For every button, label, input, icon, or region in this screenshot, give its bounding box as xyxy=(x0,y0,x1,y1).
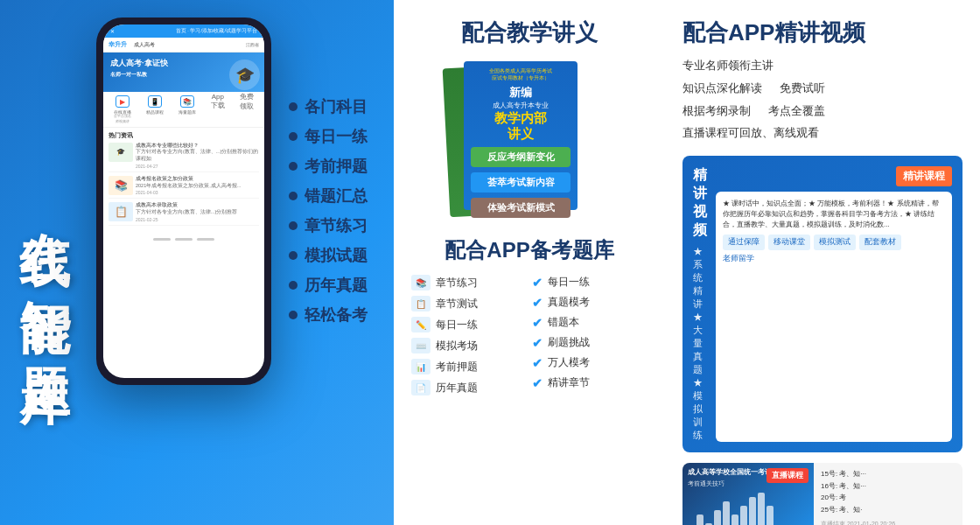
feature-text-7: 历年真题 xyxy=(304,275,368,296)
prep-item-history: 📄 历年真题 xyxy=(411,380,527,396)
feature-item-6: 模拟试题 xyxy=(289,245,368,266)
phone-icon-app: App下载 xyxy=(211,95,225,123)
feature-text-5: 章节练习 xyxy=(304,215,368,236)
feature-dot-7 xyxy=(289,281,298,290)
tag-2: 荟萃考试新内容 xyxy=(471,172,570,192)
mock-icon: ⌨️ xyxy=(411,338,430,354)
prep-item-exam: 📊 考前押题 xyxy=(411,359,527,374)
right-features: 专业名师领衔主讲 知识点深化解读 免费试听 根据考纲录制 考点全覆盖 直播课程可… xyxy=(682,57,962,143)
teaching-section: 配合教学讲义 全国各类成人高等 学历考试应试专用 全国各类成人高等学历考试应试专… xyxy=(411,18,648,219)
prep-item-test: 📋 章节测试 xyxy=(411,296,527,312)
feature-text-r3b: 考点全覆盖 xyxy=(768,102,825,121)
phone-icon-questions: 📚 海量题库 xyxy=(178,95,196,123)
title-line3: 题库 xyxy=(18,326,74,333)
prep-label-mock: 模拟考场 xyxy=(436,339,478,354)
feature-item-2: 每日一练 xyxy=(289,126,368,147)
prep-item-daily: ✏️ 每日一练 xyxy=(411,317,527,332)
feature-text-r2a: 知识点深化解读 xyxy=(682,80,762,98)
check-mark-1: ✔ xyxy=(532,276,542,290)
phone-nav-label: 成人高考 xyxy=(134,41,155,49)
feature-dot-3 xyxy=(289,162,298,171)
video-card: 精讲视频 ★ 系统精讲 ★ 大量真题 ★ 模拟训练 精讲课程 ★ 课时话中，知识… xyxy=(682,156,962,452)
feature-text-r2b: 免费试听 xyxy=(780,80,825,98)
tag-3: 体验考试新模式 xyxy=(471,198,570,218)
right-section: 配合APP精讲视频 专业名师领衔主讲 知识点深化解读 免费试听 根据考纲录制 考… xyxy=(665,0,980,525)
tag-1: 反应考纲新变化 xyxy=(471,147,570,167)
phone-icon-live: ▶ 在线直播 全平台顶名 师视频讲 xyxy=(114,95,131,123)
chart-bar-2 xyxy=(696,514,704,525)
phone-news-section: 热门资讯 🎓 成教高本专业哪些比较好？ 下方针对各专业方向(教育、法律、...)… xyxy=(103,128,264,233)
video-card-tags: 通过保障 移动课堂 模拟测试 配套教材 xyxy=(723,234,945,250)
video-card-content: ★ 课时话中，知识点全面；★ 万能模板，考前利器！★ 系统精讲，帮你把握历年必靠… xyxy=(716,192,952,442)
chart-bar-9 xyxy=(758,493,765,525)
phone-banner: 成人高考·拿证快 名师一对一私教 🎓 xyxy=(103,52,264,92)
check-mark-4: ✔ xyxy=(532,336,542,350)
check-label-2: 真题模考 xyxy=(548,295,590,310)
feature-item-8: 轻松备考 xyxy=(289,304,368,326)
check-label-6: 精讲章节 xyxy=(548,375,590,390)
title-line1: 在线 xyxy=(18,192,74,199)
chart-bar-8 xyxy=(749,497,756,525)
test-icon: 📋 xyxy=(411,296,430,312)
check-label-1: 每日一练 xyxy=(548,275,590,290)
check-mark-3: ✔ xyxy=(532,316,542,330)
feature-row-1: 专业名师领衔主讲 xyxy=(682,57,962,75)
feature-dot-8 xyxy=(289,311,298,319)
phone-frame: ✕ 首页 · 学习/添加/收藏/试题学习平台 幸升升 成人高考 江西省 成人高考… xyxy=(96,18,271,385)
check-mark-5: ✔ xyxy=(532,356,542,370)
middle-section: 配合教学讲义 全国各类成人高等 学历考试应试专用 全国各类成人高等学历考试应试专… xyxy=(394,0,665,525)
banner-icon: 🎓 xyxy=(229,60,260,90)
video-card-title: 精讲视频 xyxy=(693,166,707,240)
feature-dot-1 xyxy=(289,102,298,111)
chapter-icon: 📚 xyxy=(411,275,430,290)
history-icon: 📄 xyxy=(411,380,430,396)
prep-item-chapter: 📚 章节练习 xyxy=(411,275,527,290)
chart-bar-6 xyxy=(732,514,738,525)
prep-label-history: 历年真题 xyxy=(436,381,478,396)
check-mark-6: ✔ xyxy=(532,376,542,390)
live-time: 直播结束 2021-01-20 20:26 xyxy=(821,519,956,525)
feature-row-2: 知识点深化解读 免费试听 xyxy=(682,80,962,98)
right-title: 配合APP精讲视频 xyxy=(682,18,962,48)
prep-right-col: ✔ 每日一练 ✔ 真题模考 ✔ 错题本 ✔ 刷题挑战 ✔ 万人模考 xyxy=(532,275,648,396)
video-card-badge: 精讲课程 xyxy=(896,166,952,186)
phone-logo: 幸升升 xyxy=(108,40,127,49)
feature-dot-5 xyxy=(289,221,298,230)
prep-label-test: 章节测试 xyxy=(436,297,478,312)
feature-row-4: 直播课程可回放、离线观看 xyxy=(682,124,962,143)
chart-bar-5 xyxy=(723,501,730,525)
phone-news-item-1: 🎓 成教高本专业哪些比较好？ 下方针对各专业方向(教育、法律、...)分别推荐你… xyxy=(108,143,259,172)
phone-news-item-3: 📋 成教高本录取政策 下方针对各专业方向(教育、法律...)分别推荐 2021-… xyxy=(108,202,259,225)
check-true-exam: ✔ 真题模考 xyxy=(532,295,648,310)
feature-dot-2 xyxy=(289,132,298,141)
title-line2: 智能 xyxy=(18,259,74,266)
feature-text-2: 每日一练 xyxy=(304,126,368,147)
feature-text-r1: 专业名师领衔主讲 xyxy=(682,57,774,75)
video-card-subtitle: ★ 系统精讲 xyxy=(693,245,707,311)
feature-dot-4 xyxy=(289,192,298,200)
phone-news-item-2: 📚 成考报名政策之加分政策 2021年成考报名政策之加分政策,成人高考报... … xyxy=(108,176,259,199)
left-main-title: 在线 智能 题库 xyxy=(18,192,74,333)
live-badge: 直播课程 xyxy=(766,468,808,483)
video-tag-2: 移动课堂 xyxy=(768,234,810,250)
video-tag-4: 配套教材 xyxy=(859,234,901,250)
prep-left-col: 📚 章节练习 📋 章节测试 ✏️ 每日一练 ⌨️ 模拟考场 📊 考前押 xyxy=(411,275,527,396)
phone-icon-free: 免费领取 xyxy=(240,95,254,123)
phone-icon-course: 📱 精品课程 xyxy=(146,95,164,123)
feature-dot-6 xyxy=(289,251,298,260)
chart-bar-10 xyxy=(766,506,774,525)
close-icon: ✕ xyxy=(110,28,115,34)
feature-text-r4: 直播课程可回放、离线观看 xyxy=(682,124,819,143)
feature-item-4: 错题汇总 xyxy=(289,186,368,206)
check-drill: ✔ 刷题挑战 xyxy=(532,335,648,350)
video-card-right: 精讲课程 ★ 课时话中，知识点全面；★ 万能模板，考前利器！★ 系统精讲，帮你把… xyxy=(716,166,952,442)
check-milli: ✔ 万人模考 xyxy=(532,355,648,370)
live-chart xyxy=(688,519,808,525)
daily-icon: ✏️ xyxy=(411,317,430,332)
phone-screen: ✕ 首页 · 学习/添加/收藏/试题学习平台 幸升升 成人高考 江西省 成人高考… xyxy=(103,24,264,378)
check-label-3: 错题本 xyxy=(548,315,579,330)
app-prep-section: 配合APP备考题库 📚 章节练习 📋 章节测试 ✏️ 每日一练 ⌨️ 模 xyxy=(411,236,648,396)
live-info: 15号: 考、知··· 16号: 考、知··· 20号: 考 25号: 考、知·… xyxy=(814,463,962,525)
feature-item-3: 考前押题 xyxy=(289,156,368,177)
feature-text-r3a: 根据考纲录制 xyxy=(682,102,751,121)
